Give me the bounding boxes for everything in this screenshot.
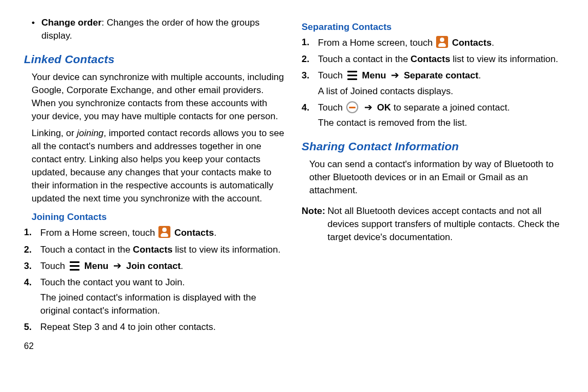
note-body: Not all Bluetooth devices accept contact…	[327, 205, 564, 244]
s2-bold: Contacts	[133, 244, 173, 255]
step-number: 1.	[302, 36, 318, 50]
step-body: Touch Menu ➔ Separate contact. A list of…	[318, 69, 564, 97]
step-number: 5.	[24, 321, 40, 334]
bullet-text: Change order: Changes the order of how t…	[41, 16, 286, 42]
bullet-icon: •	[32, 16, 41, 42]
separating-step-2: 2. Touch a contact in the Contacts list …	[302, 53, 564, 66]
step-body: From a Home screen, touch Contacts.	[40, 226, 286, 240]
s1-text: From a Home screen, touch	[40, 228, 157, 238]
s4-rest: to separate a joined contact.	[391, 102, 510, 113]
s2-text: Touch a contact in the	[318, 54, 411, 64]
s1-bold: Contacts	[174, 228, 214, 238]
s4-sub: The joined contact's information is disp…	[40, 291, 286, 317]
arrow-icon: ➔	[391, 70, 399, 80]
s3-text: Touch	[40, 261, 68, 271]
s2-rest: list to view its information.	[173, 244, 280, 255]
s2-bold: Contacts	[411, 54, 450, 64]
note-label: Note:	[302, 205, 325, 244]
joining-step-5: 5. Repeat Step 3 and 4 to join other con…	[24, 321, 286, 334]
left-column: • Change order: Changes the order of how…	[24, 15, 286, 353]
linked-p2b: , imported contact records allows you to…	[32, 128, 284, 204]
step-number: 2.	[24, 243, 40, 256]
s2-rest: list to view its information.	[450, 54, 558, 64]
joining-contacts-heading: Joining Contacts	[24, 211, 286, 224]
step-body: Touch a contact in the Contacts list to …	[318, 53, 564, 66]
step-number: 3.	[302, 69, 318, 97]
linked-p2: Linking, or joining, imported contact re…	[32, 127, 286, 206]
arrow-icon: ➔	[113, 261, 121, 271]
s3-dot: .	[479, 70, 481, 81]
separating-step-3: 3. Touch Menu ➔ Separate contact. A list…	[302, 69, 564, 97]
s4-text: Touch the contact you want to Join.	[40, 277, 185, 287]
s1-bold: Contacts	[452, 38, 492, 48]
step-number: 4.	[302, 101, 318, 130]
s3-separate: Separate contact	[404, 70, 479, 81]
menu-icon	[346, 70, 358, 80]
sharing-body: You can send a contact's information by …	[302, 158, 564, 197]
contacts-icon	[158, 226, 170, 238]
linked-contacts-heading: Linked Contacts	[24, 51, 286, 68]
menu-icon	[69, 261, 81, 271]
joining-steps: 1. From a Home screen, touch Contacts. 2…	[24, 226, 286, 334]
step-number: 1.	[24, 226, 40, 240]
s4-sub: The contact is removed from the list.	[318, 117, 564, 130]
s4-text: Touch	[318, 102, 345, 113]
s4-ok: OK	[377, 102, 391, 113]
linked-p2a: Linking, or	[32, 128, 77, 138]
change-order-label: Change order	[41, 17, 102, 28]
linked-p2em: joining	[77, 128, 103, 138]
bluetooth-note: Note: Not all Bluetooth devices accept c…	[302, 205, 564, 244]
sharing-p1: You can send a contact's information by …	[309, 158, 564, 197]
sharing-contact-info-heading: Sharing Contact Information	[302, 138, 564, 155]
s1-dot: .	[492, 38, 494, 48]
bullet-group: • Change order: Changes the order of how…	[24, 16, 286, 42]
page-number: 62	[24, 340, 286, 353]
joining-step-4: 4. Touch the contact you want to Join. T…	[24, 276, 286, 317]
linked-p1: Your device can synchronize with multipl…	[32, 71, 286, 124]
s3-text: Touch	[318, 70, 345, 81]
arrow-icon: ➔	[364, 102, 372, 112]
separating-steps: 1. From a Home screen, touch Contacts. 2…	[302, 36, 564, 130]
step-body: Repeat Step 3 and 4 to join other contac…	[40, 321, 286, 334]
s3-sub: A list of Joined contacts displays.	[318, 85, 564, 98]
s3-menu: Menu	[362, 70, 386, 81]
joining-step-2: 2. Touch a contact in the Contacts list …	[24, 243, 286, 256]
step-body: Touch Menu ➔ Join contact.	[40, 260, 286, 273]
step-body: Touch a contact in the Contacts list to …	[40, 243, 286, 256]
remove-icon	[346, 101, 358, 113]
step-number: 2.	[302, 53, 318, 66]
step-body: Touch the contact you want to Join. The …	[40, 276, 286, 317]
s3-dot: .	[181, 261, 183, 271]
separating-contacts-heading: Separating Contacts	[302, 21, 564, 34]
step-number: 4.	[24, 276, 40, 317]
change-order-bullet: • Change order: Changes the order of how…	[32, 16, 286, 42]
linked-body: Your device can synchronize with multipl…	[24, 71, 286, 205]
joining-step-3: 3. Touch Menu ➔ Join contact.	[24, 260, 286, 273]
step-body: Touch ➔ OK to separate a joined contact.…	[318, 101, 564, 130]
contacts-icon	[436, 36, 448, 48]
s3-menu: Menu	[84, 261, 108, 271]
joining-step-1: 1. From a Home screen, touch Contacts.	[24, 226, 286, 240]
step-number: 3.	[24, 260, 40, 273]
s2-text: Touch a contact in the	[40, 244, 133, 255]
right-column: Separating Contacts 1. From a Home scree…	[302, 15, 564, 353]
separating-step-1: 1. From a Home screen, touch Contacts.	[302, 36, 564, 50]
step-body: From a Home screen, touch Contacts.	[318, 36, 564, 50]
s1-text: From a Home screen, touch	[318, 38, 435, 48]
s3-join: Join contact	[126, 261, 181, 271]
separating-step-4: 4. Touch ➔ OK to separate a joined conta…	[302, 101, 564, 130]
s1-dot: .	[214, 228, 217, 238]
manual-page: • Change order: Changes the order of how…	[0, 0, 588, 364]
